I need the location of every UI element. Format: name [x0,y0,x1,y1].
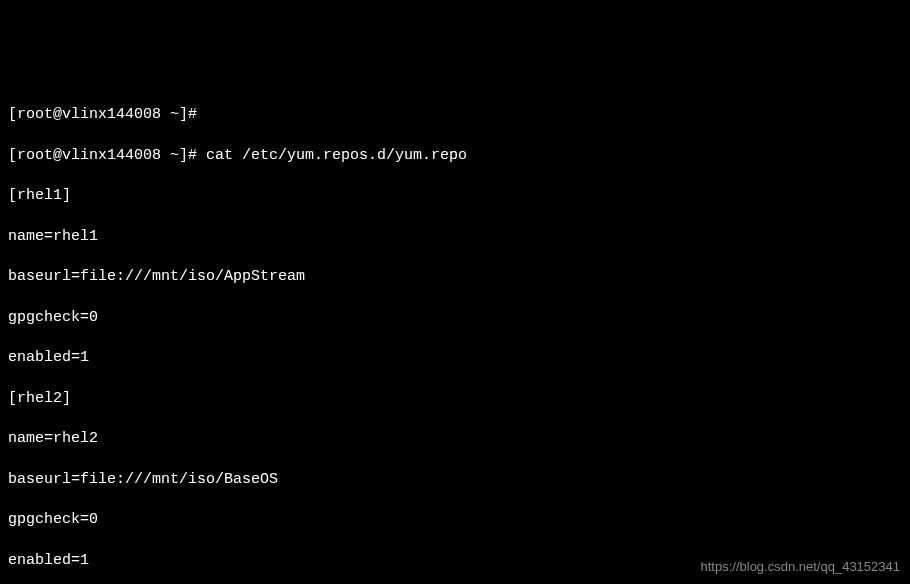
output-line: gpgcheck=0 [8,510,902,530]
output-line: baseurl=file:///mnt/iso/AppStream [8,267,902,287]
output-line: gpgcheck=0 [8,308,902,328]
command-line-cat: [root@vlinx144008 ~]# cat /etc/yum.repos… [8,146,902,166]
watermark-text: https://blog.csdn.net/qq_43152341 [701,558,901,576]
output-line: enabled=1 [8,348,902,368]
output-line: baseurl=file:///mnt/iso/BaseOS [8,470,902,490]
output-line: name=rhel1 [8,227,902,247]
prompt-line: [root@vlinx144008 ~]# [8,105,902,125]
terminal-output: [root@vlinx144008 ~]# [root@vlinx144008 … [8,85,902,584]
output-line: [rhel1] [8,186,902,206]
output-line: name=rhel2 [8,429,902,449]
output-line: [rhel2] [8,389,902,409]
